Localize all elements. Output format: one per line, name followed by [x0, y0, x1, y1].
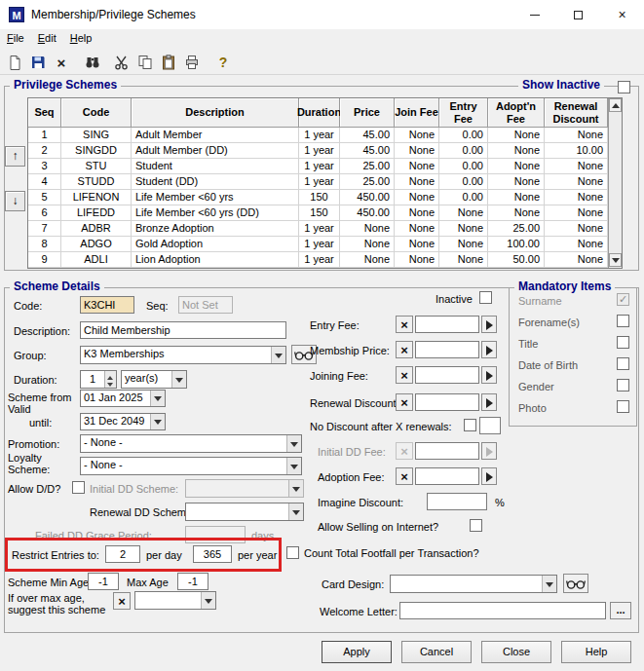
spin-down-icon[interactable] [105, 380, 116, 389]
entries-per-year-input[interactable]: 365 [193, 545, 232, 563]
inactive-checkbox[interactable] [479, 291, 492, 304]
paste-icon[interactable] [160, 54, 177, 71]
loyalty-scheme-select[interactable]: - None - [80, 457, 302, 475]
col-adoptn-fee[interactable]: Adopt'nFee [488, 98, 545, 128]
valid-until-select[interactable]: 31 Dec 2049 [80, 413, 166, 430]
help-button[interactable]: Help [561, 641, 631, 663]
mandatory-surname-checkbox[interactable]: ✓ [617, 293, 629, 306]
help-icon[interactable]: ? [214, 54, 232, 71]
col-renewal-discount[interactable]: RenewalDiscount [545, 98, 608, 128]
cut-icon[interactable] [113, 54, 131, 71]
duration-unit-select[interactable]: year(s) [121, 370, 187, 389]
table-row[interactable]: 7ADBRBronze Adoption1 yearNoneNoneNone25… [28, 221, 622, 237]
chevron-down-icon[interactable] [150, 391, 165, 406]
card-design-select[interactable] [390, 575, 557, 593]
close-button[interactable]: × [600, 0, 644, 29]
renewal-discount-clear-button[interactable]: × [396, 393, 413, 411]
mandatory-gender-checkbox[interactable] [617, 379, 629, 391]
entries-per-day-input[interactable]: 2 [105, 545, 140, 563]
save-icon[interactable] [29, 54, 47, 71]
renewal-dd-scheme-select[interactable] [185, 503, 304, 521]
table-scrollbar[interactable] [608, 98, 622, 268]
table-row[interactable]: 3STUStudent1 year25.00None0.00NoneNone [28, 159, 622, 174]
entry-fee-clear-button[interactable]: × [396, 316, 413, 333]
adoption-fee-clear-button[interactable]: × [396, 467, 413, 485]
col-price[interactable]: Price [340, 98, 395, 128]
no-discount-checkbox[interactable] [464, 419, 476, 431]
col-code[interactable]: Code [61, 98, 132, 128]
scroll-up-icon[interactable] [609, 98, 622, 112]
membship-price-clear-button[interactable]: × [396, 341, 413, 358]
promotion-select[interactable]: - None - [80, 434, 302, 453]
internet-selling-checkbox[interactable] [470, 519, 482, 532]
table-row[interactable]: 2SINGDDAdult Member (DD)1 year45.00None0… [28, 143, 622, 159]
menu-edit[interactable]: Edit [31, 29, 63, 47]
chevron-down-icon[interactable] [288, 503, 303, 520]
show-inactive-checkbox[interactable] [618, 81, 630, 93]
move-down-button[interactable]: ↓ [5, 191, 25, 211]
welcome-letter-input[interactable] [399, 602, 606, 619]
find-icon[interactable] [84, 54, 101, 71]
chevron-down-icon[interactable] [271, 347, 285, 363]
card-design-browse-button[interactable] [563, 574, 588, 593]
minimize-button[interactable] [512, 0, 556, 29]
entry-fee-arrow-button[interactable] [481, 316, 497, 333]
copy-icon[interactable] [136, 54, 154, 71]
joining-fee-arrow-button[interactable] [481, 366, 497, 384]
chevron-down-icon[interactable] [286, 458, 301, 474]
col-join-fee[interactable]: Join Fee [395, 98, 439, 128]
table-row[interactable]: 5LIFENONLife Member <60 yrs150450.00None… [28, 190, 622, 205]
col-duration[interactable]: Duration [299, 98, 340, 128]
adoption-fee-input[interactable] [415, 467, 479, 485]
valid-from-select[interactable]: 01 Jan 2025 [80, 390, 166, 407]
footfall-checkbox[interactable] [286, 546, 299, 559]
duration-stepper[interactable]: 1 [80, 370, 117, 389]
table-row[interactable]: 4STUDDStudent (DD)1 year25.00None0.00Non… [28, 174, 622, 190]
description-input[interactable]: Child Membership [80, 321, 286, 339]
mandatory-forenames-checkbox[interactable] [617, 315, 629, 327]
chevron-down-icon[interactable] [171, 371, 186, 388]
no-discount-input[interactable] [479, 417, 501, 434]
min-age-input[interactable]: -1 [88, 573, 119, 590]
adoption-fee-arrow-button[interactable] [481, 467, 497, 485]
imagine-discount-input[interactable] [427, 493, 487, 510]
col-description[interactable]: Description [132, 98, 299, 128]
welcome-letter-browse-button[interactable]: ... [610, 602, 631, 619]
max-age-input[interactable]: -1 [177, 573, 208, 590]
over-max-scheme-select[interactable] [134, 591, 216, 610]
delete-icon[interactable]: × [53, 54, 70, 71]
code-input[interactable]: K3CHI [80, 296, 134, 314]
new-icon[interactable] [6, 54, 23, 71]
cancel-button[interactable]: Cancel [401, 641, 472, 663]
move-up-button[interactable]: ↑ [5, 146, 25, 167]
mandatory-photo-checkbox[interactable] [617, 400, 629, 413]
renewal-discount-input[interactable] [415, 393, 479, 411]
joining-fee-clear-button[interactable]: × [396, 366, 413, 384]
apply-button[interactable]: Apply [322, 641, 392, 663]
entry-fee-input[interactable] [415, 316, 479, 333]
mandatory-dob-checkbox[interactable] [617, 357, 629, 370]
chevron-down-icon[interactable] [150, 414, 165, 429]
table-row[interactable]: 1SINGAdult Member1 year45.00None0.00None… [28, 128, 622, 143]
menu-help[interactable]: Help [63, 29, 99, 47]
group-select[interactable]: K3 Memberships [80, 346, 286, 364]
close-action-button[interactable]: Close [481, 641, 551, 663]
chevron-down-icon[interactable] [201, 592, 215, 609]
menu-file[interactable]: File [0, 29, 31, 47]
mandatory-title-checkbox[interactable] [617, 336, 629, 349]
renewal-discount-arrow-button[interactable] [481, 393, 497, 411]
col-entry-fee[interactable]: EntryFee [439, 98, 488, 128]
table-row[interactable]: 9ADLILion Adoption1 yearNoneNoneNone50.0… [28, 252, 622, 268]
chevron-down-icon[interactable] [286, 435, 301, 452]
membship-price-input[interactable] [415, 341, 479, 358]
scroll-down-icon[interactable] [609, 253, 622, 267]
maximize-button[interactable] [556, 0, 600, 29]
table-row[interactable]: 6LIFEDDLife Member <60 yrs (DD)150450.00… [28, 205, 622, 221]
joining-fee-input[interactable] [415, 366, 479, 384]
membship-price-arrow-button[interactable] [481, 341, 497, 358]
chevron-down-icon[interactable] [542, 576, 556, 592]
over-max-clear-button[interactable]: × [113, 592, 131, 610]
col-seq[interactable]: Seq [28, 98, 61, 128]
allow-dd-checkbox[interactable] [72, 481, 85, 494]
spin-up-icon[interactable] [105, 371, 116, 380]
